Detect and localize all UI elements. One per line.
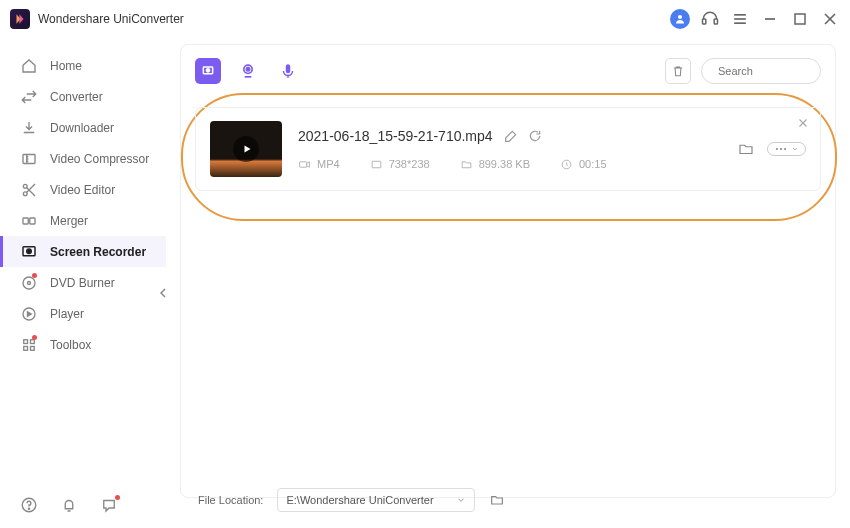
- video-icon: [298, 158, 311, 171]
- svg-rect-22: [24, 346, 28, 350]
- sidebar-item-toolbox[interactable]: Toolbox: [0, 329, 166, 360]
- notifications-button[interactable]: [60, 496, 78, 514]
- sidebar-item-label: Downloader: [50, 121, 114, 135]
- meta-duration: 00:15: [560, 158, 607, 171]
- audio-record-button[interactable]: [275, 58, 301, 84]
- home-icon: [20, 57, 38, 75]
- browse-folder-button[interactable]: [489, 492, 505, 508]
- chevron-down-icon: [456, 495, 466, 505]
- chevron-down-icon: [791, 145, 799, 153]
- close-button[interactable]: [820, 9, 840, 29]
- sidebar-item-label: Home: [50, 59, 82, 73]
- meta-format: MP4: [298, 158, 340, 171]
- svg-point-40: [780, 148, 782, 150]
- sidebar-item-screen-recorder[interactable]: Screen Recorder: [0, 236, 166, 267]
- download-icon: [20, 119, 38, 137]
- merge-icon: [20, 212, 38, 230]
- notification-dot: [32, 273, 37, 278]
- file-name: 2021-06-18_15-59-21-710.mp4: [298, 128, 493, 144]
- svg-rect-36: [300, 161, 307, 166]
- svg-rect-14: [30, 218, 35, 224]
- remove-item-button[interactable]: [796, 116, 810, 130]
- svg-rect-20: [24, 339, 28, 343]
- svg-rect-1: [703, 19, 706, 24]
- support-icon[interactable]: [700, 9, 720, 29]
- svg-rect-2: [714, 19, 717, 24]
- sidebar-item-label: Toolbox: [50, 338, 91, 352]
- sidebar-item-downloader[interactable]: Downloader: [0, 112, 166, 143]
- search-input[interactable]: [718, 65, 850, 77]
- sidebar-item-converter[interactable]: Converter: [0, 81, 166, 112]
- resolution-icon: [370, 158, 383, 171]
- svg-rect-13: [23, 218, 28, 224]
- sidebar-item-dvd-burner[interactable]: DVD Burner: [0, 267, 166, 298]
- svg-point-12: [23, 191, 27, 195]
- titlebar: Wondershare UniConverter: [0, 0, 850, 38]
- sidebar-item-player[interactable]: Player: [0, 298, 166, 329]
- sidebar-item-label: Video Editor: [50, 183, 115, 197]
- sidebar-item-editor[interactable]: Video Editor: [0, 174, 166, 205]
- svg-rect-7: [795, 14, 805, 24]
- minimize-button[interactable]: [760, 9, 780, 29]
- svg-rect-30: [286, 64, 291, 73]
- feedback-button[interactable]: [100, 496, 118, 514]
- webcam-record-button[interactable]: [235, 58, 261, 84]
- screen-record-button[interactable]: [195, 58, 221, 84]
- sidebar-item-label: Screen Recorder: [50, 245, 146, 259]
- meta-resolution: 738*238: [370, 158, 430, 171]
- svg-rect-37: [372, 161, 381, 168]
- svg-point-29: [246, 68, 249, 71]
- play-button[interactable]: [233, 136, 259, 162]
- svg-point-16: [27, 249, 32, 254]
- svg-point-27: [206, 69, 209, 72]
- maximize-button[interactable]: [790, 9, 810, 29]
- svg-rect-10: [23, 154, 35, 163]
- svg-point-25: [28, 508, 29, 509]
- sidebar-item-label: Video Compressor: [50, 152, 149, 166]
- sidebar-item-label: DVD Burner: [50, 276, 115, 290]
- play-icon: [20, 305, 38, 323]
- sidebar-item-compressor[interactable]: Video Compressor: [0, 143, 166, 174]
- open-folder-button[interactable]: [737, 140, 755, 158]
- svg-point-0: [678, 15, 682, 19]
- app-title: Wondershare UniConverter: [38, 12, 184, 26]
- file-location-select[interactable]: E:\Wondershare UniConverter: [277, 488, 474, 512]
- recording-item[interactable]: 2021-06-18_15-59-21-710.mp4 MP4: [195, 107, 821, 191]
- sidebar-item-merger[interactable]: Merger: [0, 205, 166, 236]
- user-account-button[interactable]: [670, 9, 690, 29]
- converter-icon: [20, 88, 38, 106]
- folder-icon: [460, 158, 473, 171]
- help-button[interactable]: [20, 496, 38, 514]
- notification-dot: [32, 335, 37, 340]
- svg-point-18: [28, 281, 31, 284]
- sidebar-item-label: Merger: [50, 214, 88, 228]
- recorder-toolbar: [195, 55, 821, 87]
- search-box[interactable]: [701, 58, 821, 84]
- menu-icon[interactable]: [730, 9, 750, 29]
- svg-rect-23: [31, 346, 35, 350]
- delete-button[interactable]: [665, 58, 691, 84]
- sidebar-item-label: Player: [50, 307, 84, 321]
- svg-point-17: [23, 277, 35, 289]
- compress-icon: [20, 150, 38, 168]
- notification-dot: [115, 495, 120, 500]
- file-location-label: File Location:: [198, 494, 263, 506]
- svg-point-11: [23, 184, 27, 188]
- sidebar-item-label: Converter: [50, 90, 103, 104]
- rename-button[interactable]: [503, 128, 519, 144]
- svg-point-39: [776, 148, 778, 150]
- more-actions-button[interactable]: [767, 142, 806, 156]
- footer: File Location: E:\Wondershare UniConvert…: [198, 488, 505, 512]
- main-panel: 2021-06-18_15-59-21-710.mp4 MP4: [166, 38, 850, 528]
- sidebar: Home Converter Downloader Video Compress…: [0, 38, 166, 528]
- record-icon: [20, 243, 38, 261]
- clock-icon: [560, 158, 573, 171]
- svg-point-41: [784, 148, 786, 150]
- sidebar-item-home[interactable]: Home: [0, 50, 166, 81]
- scissors-icon: [20, 181, 38, 199]
- app-logo: [10, 9, 30, 29]
- video-thumbnail[interactable]: [210, 121, 282, 177]
- meta-size: 899.38 KB: [460, 158, 530, 171]
- refresh-button[interactable]: [527, 128, 543, 144]
